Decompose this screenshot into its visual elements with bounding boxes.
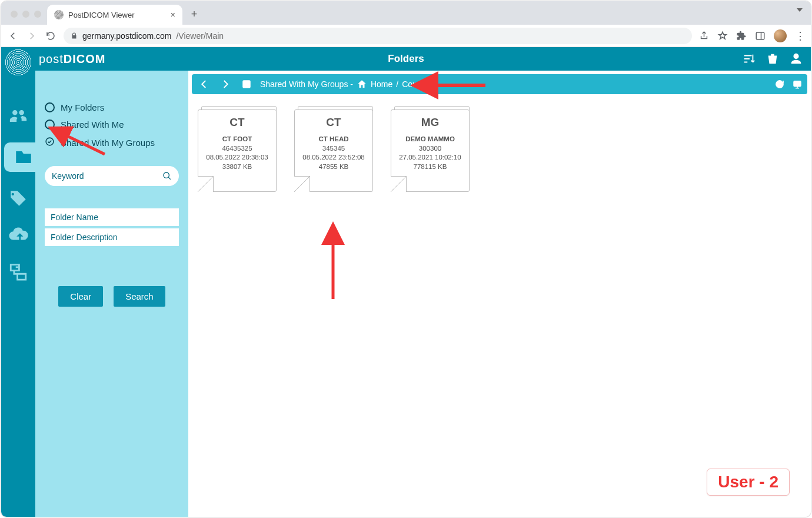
home-icon[interactable]: [357, 79, 367, 89]
new-tab-button[interactable]: +: [186, 6, 202, 22]
study-size: 33807 KB: [222, 162, 252, 172]
folder-up-button[interactable]: [239, 79, 254, 89]
modality-label: CT: [229, 116, 244, 129]
breadcrumb-prefix: Shared With My Groups -: [260, 79, 353, 89]
study-title: CT FOOT: [222, 135, 252, 144]
study-date: 08.05.2022 20:38:03: [206, 153, 268, 162]
study-card[interactable]: CT CT FOOT 46435325 08.05.2022 20:38:03 …: [198, 106, 280, 193]
nav-folders-active[interactable]: [4, 142, 38, 172]
filter-buttons: Clear Search: [45, 286, 179, 307]
keyword-search[interactable]: [45, 166, 179, 186]
toolbar-right: [774, 79, 803, 89]
breadcrumb-folder[interactable]: Course 1: [402, 79, 435, 89]
lock-icon: [71, 32, 78, 39]
study-title: CT HEAD: [318, 135, 348, 144]
study-title: DEMO MAMMO: [405, 135, 455, 144]
svg-rect-4: [794, 81, 801, 87]
brand-text: postDICOM: [39, 52, 105, 66]
search-button[interactable]: Search: [114, 286, 165, 307]
radio-icon: [45, 102, 55, 112]
study-card[interactable]: MG DEMO MAMMO 300300 27.05.2021 10:02:10…: [391, 106, 473, 193]
study-id: 46435325: [222, 144, 252, 154]
study-card[interactable]: CT CT HEAD 345345 08.05.2022 23:52:08 47…: [294, 106, 377, 193]
radio-shared-with-me[interactable]: Shared With Me: [45, 119, 179, 130]
cloud-upload-icon[interactable]: [8, 225, 28, 245]
breadcrumb: Shared With My Groups - Home / Course 1: [260, 79, 435, 89]
trash-icon[interactable]: [766, 52, 779, 65]
radio-icon: [45, 119, 55, 130]
browser-tabbar: PostDICOM Viewer × +: [1, 1, 811, 25]
search-icon[interactable]: [162, 171, 172, 181]
sidepanel-icon[interactable]: [755, 31, 766, 41]
refresh-icon[interactable]: [774, 79, 785, 89]
study-grid: CT CT FOOT 46435325 08.05.2022 20:38:03 …: [192, 94, 807, 205]
chevron-down-icon: [797, 8, 803, 12]
modality-label: MG: [421, 116, 440, 129]
radio-my-folders[interactable]: My Folders: [45, 102, 179, 112]
header-actions: [743, 52, 803, 65]
reload-button[interactable]: [45, 30, 56, 42]
sort-icon[interactable]: [743, 52, 756, 65]
study-size: 47855 KB: [319, 162, 349, 172]
page-title: Folders: [388, 53, 424, 65]
tags-icon[interactable]: [8, 188, 28, 208]
study-size: 778115 KB: [414, 162, 447, 172]
radio-label: Shared With Me: [61, 119, 124, 130]
radio-checked-icon: [45, 137, 55, 148]
browser-toolbar: germany.postdicom.com/Viewer/Main ⋮: [1, 25, 811, 47]
browser-action-icons: ⋮: [699, 29, 805, 42]
folder-scope-radio-group: My Folders Shared With Me Shared With My…: [45, 102, 179, 148]
star-icon[interactable]: [717, 31, 728, 41]
study-date: 27.05.2021 10:02:10: [399, 153, 461, 162]
browser-tab[interactable]: PostDICOM Viewer ×: [47, 5, 182, 25]
nav-forward-button[interactable]: [218, 79, 233, 89]
url-path: /Viewer/Main: [176, 31, 224, 41]
forward-button[interactable]: [26, 30, 38, 42]
side-panel: My Folders Shared With Me Shared With My…: [35, 71, 188, 517]
breadcrumb-toolbar: Shared With My Groups - Home / Course 1: [192, 74, 807, 94]
groups-icon[interactable]: [8, 106, 28, 126]
svg-rect-0: [756, 32, 764, 39]
kebab-menu-icon[interactable]: ⋮: [795, 29, 805, 42]
back-button[interactable]: [7, 30, 19, 42]
profile-avatar[interactable]: [774, 29, 787, 42]
main-content: Shared With My Groups - Home / Course 1: [188, 71, 811, 517]
folder-filter-form: [45, 208, 179, 246]
clear-button[interactable]: Clear: [58, 286, 103, 307]
radio-shared-with-my-groups[interactable]: Shared With My Groups: [45, 137, 179, 148]
browser-window: PostDICOM Viewer × + germany.postdicom.c…: [1, 1, 811, 517]
sync-devices-icon[interactable]: [8, 261, 28, 281]
study-id: 345345: [322, 144, 345, 154]
folder-desc-input[interactable]: [45, 228, 179, 246]
favicon-icon: [54, 10, 64, 19]
address-bar[interactable]: germany.postdicom.com/Viewer/Main: [64, 28, 692, 44]
folder-name-input[interactable]: [45, 208, 179, 226]
logo-icon: [1, 47, 35, 71]
share-icon[interactable]: [699, 31, 709, 41]
radio-label: Shared With My Groups: [61, 138, 155, 148]
keyword-input[interactable]: [52, 171, 162, 181]
study-date: 08.05.2022 23:52:08: [302, 153, 365, 162]
app-header: postDICOM Folders: [1, 47, 811, 71]
user-annotation-badge: User - 2: [707, 469, 790, 496]
modality-label: CT: [326, 116, 341, 129]
breadcrumb-sep: /: [396, 79, 398, 89]
url-host: germany.postdicom.com: [82, 31, 171, 41]
close-icon[interactable]: ×: [171, 10, 175, 19]
nav-rail: [1, 71, 35, 517]
user-icon[interactable]: [790, 52, 803, 65]
app-root: postDICOM Folders: [1, 47, 811, 517]
tab-title: PostDICOM Viewer: [68, 11, 166, 19]
extensions-icon[interactable]: [736, 31, 747, 41]
app-body: My Folders Shared With Me Shared With My…: [1, 71, 811, 517]
breadcrumb-home[interactable]: Home: [371, 79, 392, 89]
radio-label: My Folders: [61, 102, 104, 112]
tabs-menu-button[interactable]: [797, 8, 803, 12]
view-icon[interactable]: [792, 79, 803, 89]
window-traffic-lights: [11, 11, 41, 18]
nav-back-button[interactable]: [197, 79, 212, 89]
study-id: 300300: [419, 144, 441, 154]
folder-icon: [14, 147, 34, 167]
